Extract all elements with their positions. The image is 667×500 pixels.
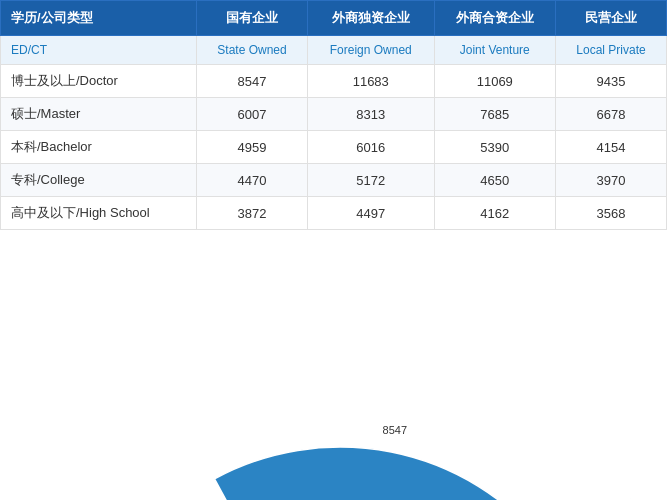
subtitle-cell-3: Local Private — [556, 36, 667, 65]
subtitle-cell-0: State Owned — [197, 36, 308, 65]
col-header-label: 学历/公司类型 — [1, 1, 197, 36]
col-header-joint-venture: 外商合资企业 — [434, 1, 556, 36]
subtitle-cell-1: Foreign Owned — [308, 36, 435, 65]
cell-r4-c0: 3872 — [197, 197, 308, 230]
col-header-state-owned: 国有企业 — [197, 1, 308, 36]
col-header-local-private: 民营企业 — [556, 1, 667, 36]
cell-r1-c1: 8313 — [308, 98, 435, 131]
cell-r1-c0: 6007 — [197, 98, 308, 131]
subtitle-cell-2: Joint Venture — [434, 36, 556, 65]
cell-r0-c1: 11683 — [308, 65, 435, 98]
cell-r0-c0: 8547 — [197, 65, 308, 98]
table-row: 博士及以上/Doctor854711683110699435 — [1, 65, 667, 98]
cell-r4-c3: 3568 — [556, 197, 667, 230]
cell-r2-c1: 6016 — [308, 131, 435, 164]
cell-r1-c2: 7685 — [434, 98, 556, 131]
table-row: 专科/College4470517246503970 — [1, 164, 667, 197]
cell-r3-c2: 4650 — [434, 164, 556, 197]
table-row: 本科/Bachelor4959601653904154 — [1, 131, 667, 164]
radar-chart: 8547博士及以上/Doctor高中及以下/High School — [0, 230, 667, 500]
cell-r2-c2: 5390 — [434, 131, 556, 164]
data-table: 学历/公司类型 国有企业 外商独资企业 外商合资企业 民营企业 ED/CTSta… — [0, 0, 667, 230]
cell-r4-c2: 4162 — [434, 197, 556, 230]
chart-sector-博士及以上/Doctor-company-0 — [215, 447, 545, 500]
cell-r4-c1: 4497 — [308, 197, 435, 230]
cell-r3-c1: 5172 — [308, 164, 435, 197]
cell-r0-c2: 11069 — [434, 65, 556, 98]
col-header-foreign-owned: 外商独资企业 — [308, 1, 435, 36]
table-header-row: 学历/公司类型 国有企业 外商独资企业 外商合资企业 民营企业 — [1, 1, 667, 36]
cell-r0-c3: 9435 — [556, 65, 667, 98]
table-row: 高中及以下/High School3872449741623568 — [1, 197, 667, 230]
cell-r1-c3: 6678 — [556, 98, 667, 131]
cell-r2-c3: 4154 — [556, 131, 667, 164]
chart-label-8547: 8547 — [383, 424, 407, 436]
table-subtitle-row: ED/CTState OwnedForeign OwnedJoint Ventu… — [1, 36, 667, 65]
table-row: 硕士/Master6007831376856678 — [1, 98, 667, 131]
cell-r2-c0: 4959 — [197, 131, 308, 164]
cell-r3-c0: 4470 — [197, 164, 308, 197]
cell-r3-c3: 3970 — [556, 164, 667, 197]
